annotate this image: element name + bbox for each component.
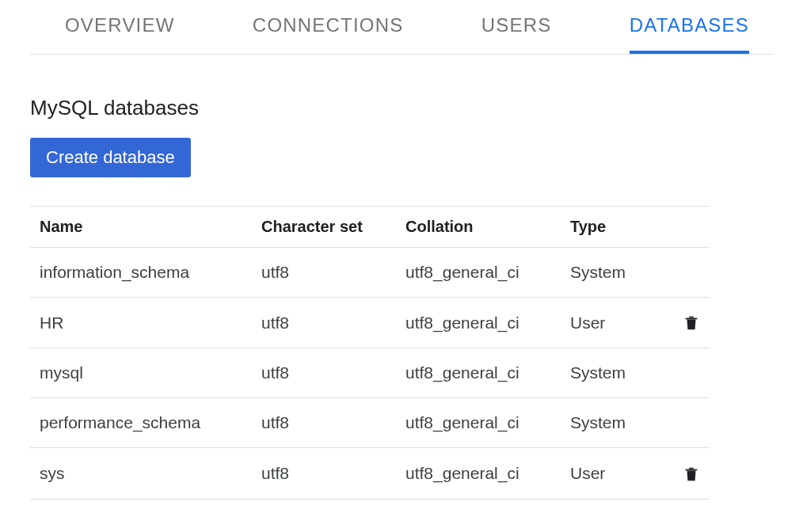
- column-header-collation: Collation: [396, 207, 561, 248]
- cell-action: [648, 248, 710, 298]
- cell-collation: utf8_general_ci: [396, 448, 561, 499]
- databases-table: Name Character set Collation Type inform…: [30, 206, 710, 500]
- cell-action: [648, 298, 710, 348]
- cell-name: mysql: [30, 348, 252, 398]
- cell-collation: utf8_general_ci: [396, 298, 561, 348]
- cell-action: [648, 448, 710, 499]
- cell-charset: utf8: [252, 298, 396, 348]
- cell-name: performance_schema: [30, 398, 252, 448]
- cell-name: information_schema: [30, 248, 252, 298]
- cell-type: System: [561, 248, 648, 298]
- cell-type: System: [561, 398, 648, 448]
- tab-databases[interactable]: DATABASES: [630, 14, 749, 54]
- column-header-charset: Character set: [252, 207, 396, 248]
- table-row: HRutf8utf8_general_ciUser: [30, 298, 710, 348]
- cell-type: User: [561, 298, 648, 348]
- cell-type: System: [561, 348, 648, 398]
- page-title: MySQL databases: [30, 96, 773, 120]
- trash-icon[interactable]: [683, 465, 700, 484]
- cell-collation: utf8_general_ci: [396, 248, 561, 298]
- tab-overview[interactable]: OVERVIEW: [65, 14, 175, 54]
- cell-charset: utf8: [252, 448, 396, 499]
- create-database-button[interactable]: Create database: [30, 138, 191, 177]
- cell-charset: utf8: [252, 348, 396, 398]
- table-row: performance_schemautf8utf8_general_ciSys…: [30, 398, 710, 448]
- cell-collation: utf8_general_ci: [396, 398, 561, 448]
- table-row: information_schemautf8utf8_general_ciSys…: [30, 248, 710, 298]
- tab-users[interactable]: USERS: [481, 14, 552, 54]
- cell-type: User: [561, 448, 648, 499]
- cell-action: [648, 398, 710, 448]
- column-header-type: Type: [561, 207, 648, 248]
- cell-collation: utf8_general_ci: [396, 348, 561, 398]
- table-row: sysutf8utf8_general_ciUser: [30, 448, 710, 499]
- cell-action: [648, 348, 710, 398]
- cell-name: HR: [30, 298, 252, 348]
- tab-connections[interactable]: CONNECTIONS: [253, 14, 404, 54]
- cell-charset: utf8: [252, 398, 396, 448]
- column-header-name: Name: [30, 207, 252, 248]
- column-header-action: [648, 207, 710, 248]
- trash-icon[interactable]: [683, 314, 700, 332]
- tab-bar: OVERVIEW CONNECTIONS USERS DATABASES: [30, 0, 773, 55]
- cell-name: sys: [30, 448, 252, 499]
- table-row: mysqlutf8utf8_general_ciSystem: [30, 348, 710, 398]
- cell-charset: utf8: [252, 248, 396, 298]
